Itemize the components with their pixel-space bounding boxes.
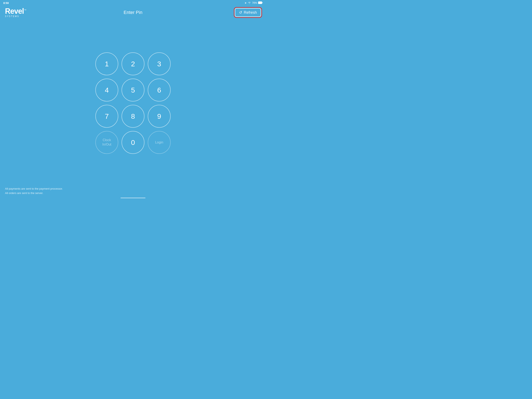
status-bar: 8:59 ➤ 76% — [0, 0, 266, 6]
pin-key-7[interactable]: 7 — [95, 105, 118, 128]
refresh-button[interactable]: ↺ Refresh — [235, 8, 261, 17]
logo-text: Revel™ — [5, 7, 26, 15]
pin-key-6[interactable]: 6 — [148, 79, 171, 102]
logo-area: Revel™ SYSTEMS — [5, 7, 26, 18]
footer: All payments are sent to the payment pro… — [5, 187, 63, 195]
battery-percent: 76% — [252, 1, 257, 4]
main-content: 1 2 3 4 5 6 7 8 9 ClockIn/Out 0 Login — [0, 19, 266, 187]
navbar: Revel™ SYSTEMS Enter Pin ↺ Refresh — [0, 6, 266, 19]
clock-in-out-button[interactable]: ClockIn/Out — [95, 131, 118, 154]
wifi-icon — [248, 1, 251, 5]
pin-pad: 1 2 3 4 5 6 7 8 9 ClockIn/Out 0 Login — [95, 52, 171, 154]
home-indicator — [120, 198, 146, 198]
pin-key-9[interactable]: 9 — [148, 105, 171, 128]
pin-key-2[interactable]: 2 — [121, 52, 145, 75]
pin-key-3[interactable]: 3 — [148, 52, 171, 75]
pin-key-0[interactable]: 0 — [121, 131, 145, 154]
page-title: Enter Pin — [124, 10, 143, 15]
pin-key-1[interactable]: 1 — [95, 52, 118, 75]
battery-icon — [258, 1, 263, 5]
status-icons: ➤ 76% — [245, 1, 263, 5]
pin-key-4[interactable]: 4 — [95, 79, 118, 102]
refresh-label: Refresh — [244, 10, 257, 15]
footer-line2: All orders are sent to the server. — [5, 191, 63, 195]
pin-key-8[interactable]: 8 — [121, 105, 145, 128]
status-time: 8:59 — [3, 1, 9, 5]
login-button[interactable]: Login — [148, 131, 171, 154]
pin-key-5[interactable]: 5 — [121, 79, 145, 102]
logo-systems: SYSTEMS — [5, 15, 26, 18]
navigation-icon: ➤ — [245, 1, 247, 4]
svg-rect-0 — [258, 1, 262, 4]
svg-rect-1 — [262, 2, 263, 3]
footer-line1: All payments are sent to the payment pro… — [5, 187, 63, 191]
refresh-icon: ↺ — [239, 10, 242, 15]
